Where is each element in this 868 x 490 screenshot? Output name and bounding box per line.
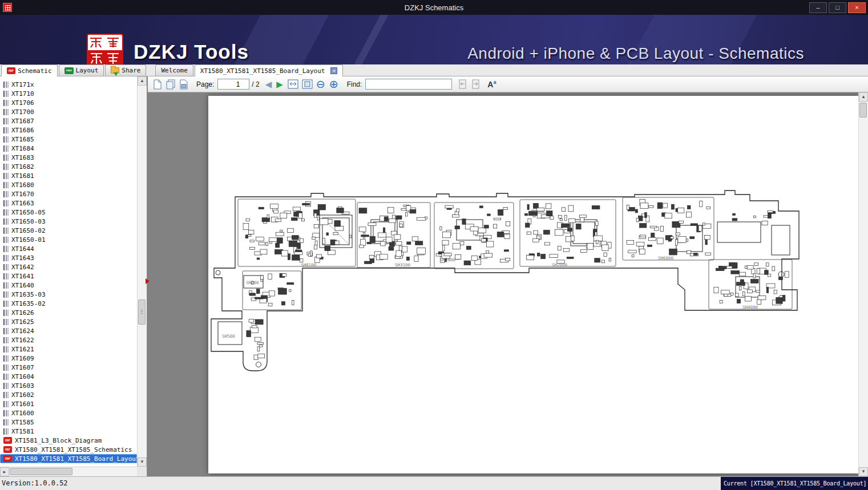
minimize-button[interactable]: – (809, 2, 827, 13)
tree-item[interactable]: XT1581_L3_Block_Diagram (0, 436, 137, 445)
tree-item[interactable]: XT1687 (0, 116, 137, 125)
tree-item[interactable]: XT1644 (0, 244, 137, 253)
tree-item[interactable]: XT1580_XT1581_XT1585_Board_Layout (0, 454, 137, 463)
tree-item[interactable]: XT1626 (0, 308, 137, 317)
snapshot-icon[interactable] (179, 79, 188, 90)
model-icon (3, 346, 9, 353)
scroll-down-icon[interactable]: ▼ (138, 457, 147, 467)
tree-item[interactable]: XT1581 (0, 427, 137, 436)
tree-item[interactable]: XT1686 (0, 125, 137, 135)
doc-tab-board-layout[interactable]: XT1580_XT1581_XT1585_Board_Layout × (195, 64, 344, 76)
tree-item[interactable]: XT1670 (0, 189, 137, 199)
tree-item[interactable]: XT171x (0, 80, 137, 89)
next-page-icon[interactable]: ▶ (276, 79, 283, 90)
tree-item[interactable]: XT1640 (0, 281, 137, 290)
tree-item[interactable]: XT1683 (0, 153, 137, 162)
page-thumbnail-icon[interactable] (153, 79, 162, 90)
tree-item[interactable]: XT1635-02 (0, 299, 137, 308)
tree-item[interactable]: XT1641 (0, 272, 137, 281)
tree-item[interactable]: XT1642 (0, 262, 137, 272)
tree-item[interactable]: XT1682 (0, 162, 137, 171)
model-icon (3, 392, 9, 398)
sidebar-horizontal-scrollbar[interactable]: ◄ ► (0, 467, 137, 476)
tree-item[interactable]: XT1600 (0, 408, 137, 418)
model-icon (3, 428, 9, 435)
maximize-button[interactable]: □ (829, 2, 846, 13)
tree-item[interactable]: XT1585 (0, 418, 137, 427)
close-tab-icon[interactable]: × (330, 67, 337, 74)
scrollbar-grip (141, 310, 143, 314)
tree-item[interactable]: XT1621 (0, 345, 137, 354)
tree-item[interactable]: XT1580_XT1581_XT1585_Schematics (0, 445, 137, 454)
scroll-up-icon[interactable]: ▲ (138, 76, 147, 86)
previous-page-icon[interactable]: ◀ (265, 79, 272, 90)
copy-page-icon[interactable] (165, 79, 176, 90)
find-next-icon[interactable] (471, 79, 481, 89)
page-label: Page: (196, 80, 214, 88)
page-number-input[interactable] (217, 79, 249, 90)
tree-item[interactable]: XT1650-01 (0, 235, 137, 244)
tree-item[interactable]: XT1602 (0, 390, 137, 399)
tree-item[interactable]: XT1635-03 (0, 290, 137, 299)
tree-item-label: XT1603 (11, 382, 34, 390)
pdf-page: SH8100SH3100SH2800SH2000SH6000SH4000SH20… (208, 96, 859, 473)
tree-item-label: XT1625 (11, 318, 34, 326)
tree-item[interactable]: XT1622 (0, 335, 137, 345)
tree-item[interactable]: XT1706 (0, 98, 137, 107)
find-previous-icon[interactable] (458, 79, 467, 89)
scroll-right-icon[interactable]: ► (0, 467, 9, 476)
model-icon (3, 237, 9, 243)
text-size-icon[interactable]: Aa (487, 79, 496, 89)
close-button[interactable]: × (848, 2, 866, 13)
tree-item-label: XT1650-01 (11, 236, 46, 244)
tree-item[interactable]: XT1650-03 (0, 217, 137, 226)
tree-item[interactable]: XT1643 (0, 253, 137, 262)
fit-page-icon[interactable] (302, 79, 313, 89)
find-input[interactable] (365, 79, 452, 90)
tree-item[interactable]: XT1700 (0, 107, 137, 116)
tree-item[interactable]: XT1685 (0, 135, 137, 144)
scroll-down-icon[interactable]: ▼ (859, 467, 868, 476)
tree-item[interactable]: XT1650-02 (0, 226, 137, 235)
scrollbar-thumb[interactable] (859, 103, 867, 118)
tree-item[interactable]: XT1681 (0, 171, 137, 180)
scroll-up-icon[interactable]: ▲ (859, 92, 868, 102)
svg-text:SH500: SH500 (222, 334, 235, 339)
model-icon (3, 301, 9, 307)
tree-item[interactable]: XT1650-05 (0, 208, 137, 217)
tree-item[interactable]: XT1684 (0, 144, 137, 153)
pdf-icon (7, 67, 15, 74)
model-icon (3, 82, 9, 88)
tree-item[interactable]: XT1680 (0, 180, 137, 189)
tree-item[interactable]: XT1710 (0, 89, 137, 98)
tree-item[interactable]: XT1601 (0, 399, 137, 408)
viewer-vertical-scrollbar[interactable]: ▲ ▼ (858, 92, 868, 476)
splitter-collapse-marker[interactable] (146, 278, 150, 284)
tree-item[interactable]: XT1607 (0, 363, 137, 372)
tab-share[interactable]: Share (105, 64, 146, 76)
fit-width-icon[interactable] (288, 79, 298, 89)
doc-tab-welcome[interactable]: Welcome (155, 64, 193, 76)
tree-item[interactable]: XT1604 (0, 372, 137, 381)
sidebar-vertical-scrollbar[interactable]: ▲ ▼ (137, 76, 147, 467)
zoom-out-icon[interactable]: ⊖ (316, 79, 325, 90)
scrollbar-thumb[interactable] (10, 468, 72, 475)
tree-item[interactable]: XT1625 (0, 317, 137, 326)
zoom-in-icon[interactable]: ⊕ (329, 79, 338, 90)
tree-item[interactable]: XT1603 (0, 381, 137, 390)
model-icon (3, 319, 9, 325)
scrollbar-thumb[interactable] (138, 299, 146, 325)
tree-item[interactable]: XT1663 (0, 199, 137, 208)
model-icon (3, 355, 9, 362)
tree-item-label: XT1641 (11, 273, 34, 280)
svg-text:SH6000: SH6000 (658, 256, 674, 261)
pdf-toolbar: Page: / 2 ◀ ▶ ⊖ ⊕ Find: Aa (148, 76, 868, 92)
tree-item[interactable]: XT1609 (0, 354, 137, 363)
tab-schematic[interactable]: Schematic (1, 64, 58, 76)
tab-layout[interactable]: Layout (59, 64, 104, 76)
tab-strip: Schematic Layout Share Welcome XT1580_XT… (0, 64, 868, 76)
tree-item-label: XT1640 (11, 282, 34, 289)
tree-item-label: XT1706 (11, 99, 34, 107)
tree-item[interactable]: XT1624 (0, 326, 137, 335)
model-icon (3, 282, 9, 289)
